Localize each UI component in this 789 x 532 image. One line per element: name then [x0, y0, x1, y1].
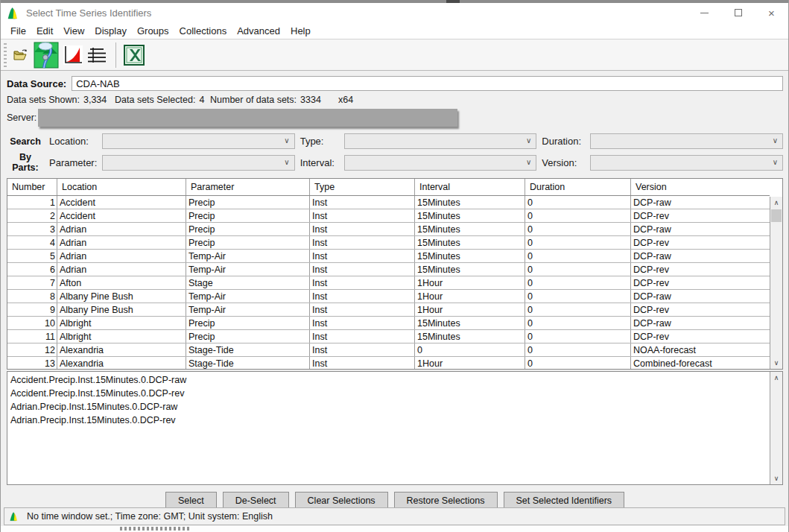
location-combobox[interactable]: ∨ [102, 133, 295, 149]
table-row[interactable]: 4 Adrian Precip Inst 15Minutes 0 DCP-rev [7, 236, 770, 250]
tabulate-button[interactable] [87, 46, 107, 64]
list-item[interactable]: Adrian.Precip.Inst.15Minutes.0.DCP-rev [10, 414, 767, 427]
duration-label: Duration: [542, 136, 585, 147]
table-row[interactable]: 8 Albany Pine Bush Temp-Air Inst 1Hour 0… [7, 290, 770, 303]
scroll-down-icon[interactable]: ∨ [770, 472, 782, 484]
background-window-fragment [446, 0, 460, 3]
datasets-selected: Data sets Selected:4 [115, 95, 210, 105]
menu-file[interactable]: File [5, 24, 31, 38]
scrollbar-thumb[interactable] [771, 209, 782, 222]
toolbar-grip[interactable] [4, 43, 7, 67]
table-row[interactable]: 12 Alexandria Stage-Tide Inst 0 0 NOAA-f… [7, 343, 770, 357]
close-button[interactable]: × [755, 3, 788, 22]
background-window-fragment [120, 527, 191, 531]
status-bar: No time window set.; Time zone: GMT; Uni… [4, 507, 785, 525]
status-logo-icon [10, 511, 19, 522]
background-window-sliver-top [1, 0, 788, 3]
table-vertical-scrollbar[interactable]: ∧ ∨ [770, 197, 782, 369]
parameter-label: Parameter: [49, 157, 97, 168]
parameter-combobox[interactable]: ∨ [102, 155, 295, 171]
excel-icon [124, 45, 145, 66]
toolbar-separator [115, 42, 116, 68]
table-row[interactable]: 9 Albany Pine Bush Temp-Air Inst 1Hour 0… [7, 303, 770, 317]
menu-edit[interactable]: Edit [31, 24, 58, 38]
toolbar [1, 39, 788, 71]
arch-label: x64 [338, 95, 353, 105]
window-title: Select Time Series Identifiers [26, 7, 688, 19]
list-item[interactable]: Accident.Precip.Inst.15Minutes.0.DCP-raw [10, 373, 767, 387]
chevron-down-icon: ∨ [773, 136, 778, 145]
open-file-button[interactable] [13, 48, 29, 62]
interval-label: Interval: [300, 157, 339, 168]
minimize-icon [700, 13, 709, 13]
menu-display[interactable]: Display [89, 24, 132, 38]
list-item[interactable]: Accident.Precip.Inst.15Minutes.0.DCP-rev [10, 387, 767, 400]
version-combobox[interactable]: ∨ [590, 155, 783, 171]
minimize-button[interactable] [688, 3, 721, 22]
column-header-parameter: Parameter [186, 179, 310, 195]
set-selected-identifiers-button[interactable]: Set Selected Identifiers [504, 492, 625, 509]
select-time-series-identifiers-window: Select Time Series Identifiers × File Ed… [0, 0, 789, 532]
table-row[interactable]: 13 Alexandria Stage-Tide Inst 1Hour 0 Co… [7, 357, 770, 370]
chevron-down-icon: ∨ [773, 158, 778, 166]
type-label: Type: [300, 136, 339, 147]
datasets-total: Number of data sets:3334 [210, 95, 338, 105]
selected-identifiers-listbox: Accident.Precip.Inst.15Minutes.0.DCP-raw… [7, 371, 783, 485]
watershed-map-button[interactable] [34, 42, 59, 69]
column-header-number: Number [7, 179, 57, 195]
scroll-down-icon[interactable]: ∨ [770, 357, 782, 369]
data-source-input[interactable] [72, 76, 783, 91]
search-group-label-line2: By Parts: [7, 152, 44, 173]
scroll-up-icon[interactable]: ∧ [770, 372, 782, 384]
duration-combobox[interactable]: ∨ [590, 133, 783, 149]
watershed-map-icon [34, 42, 59, 69]
list-item[interactable]: Adrian.Precip.Inst.15Minutes.0.DCP-raw [10, 400, 767, 414]
search-group-label-line1: Search [7, 136, 44, 147]
table-row[interactable]: 2 Accident Precip Inst 15Minutes 0 DCP-r… [7, 209, 770, 223]
restore-selections-button[interactable]: Restore Selections [394, 492, 498, 509]
server-label: Server: [7, 113, 37, 123]
table-row[interactable]: 10 Albright Precip Inst 15Minutes 0 DCP-… [7, 317, 770, 330]
column-header-version: Version [631, 179, 770, 195]
deselect-button[interactable]: De-Select [223, 492, 289, 509]
type-combobox[interactable]: ∨ [344, 133, 537, 149]
clear-selections-button[interactable]: Clear Selections [295, 492, 388, 509]
menu-advanced[interactable]: Advanced [232, 24, 285, 38]
search-by-parts: Search Location: ∨ Type: ∨ Duration: ∨ B… [7, 133, 783, 173]
column-header-type: Type [310, 179, 415, 195]
table-row[interactable]: 11 Albright Precip Inst 15Minutes 0 DCP-… [7, 330, 770, 343]
selected-identifiers-list: Accident.Precip.Inst.15Minutes.0.DCP-raw… [7, 372, 770, 428]
table-row[interactable]: 3 Adrian Precip Inst 15Minutes 0 DCP-raw [7, 223, 770, 236]
window-controls: × [688, 3, 788, 22]
table-row[interactable]: 6 Adrian Temp-Air Inst 15Minutes 0 DCP-r… [7, 263, 770, 276]
time-series-table: Number Location Parameter Type Interval … [7, 178, 783, 370]
table-row[interactable]: 7 Afton Stage Inst 1Hour 0 DCP-rev [7, 276, 770, 290]
server-row: Server: [7, 108, 783, 127]
interval-combobox[interactable]: ∨ [344, 155, 537, 171]
menu-view[interactable]: View [58, 24, 89, 38]
list-vertical-scrollbar[interactable]: ∧ ∨ [770, 372, 782, 484]
table-row[interactable]: 1 Accident Precip Inst 15Minutes 0 DCP-r… [7, 196, 770, 209]
column-header-interval: Interval [415, 179, 525, 195]
plot-button[interactable] [63, 45, 83, 65]
select-button[interactable]: Select [165, 492, 217, 509]
menu-help[interactable]: Help [285, 24, 316, 38]
scroll-up-icon[interactable]: ∧ [770, 197, 782, 209]
table-header: Number Location Parameter Type Interval … [7, 179, 770, 196]
dataset-stats: Data sets Shown:3,334 Data sets Selected… [7, 95, 783, 105]
chevron-down-icon: ∨ [526, 136, 531, 145]
open-folder-icon [13, 48, 29, 62]
table-row[interactable]: 5 Adrian Temp-Air Inst 15Minutes 0 DCP-r… [7, 250, 770, 263]
title-bar: Select Time Series Identifiers × [1, 3, 788, 22]
main-panel: Data Source: Data sets Shown:3,334 Data … [1, 71, 788, 532]
excel-export-button[interactable] [124, 45, 145, 66]
maximize-button[interactable] [721, 3, 755, 22]
data-source-row: Data Source: [7, 71, 783, 91]
menu-collections[interactable]: Collections [174, 24, 232, 38]
chevron-down-icon: ∨ [526, 158, 531, 166]
column-header-location: Location [57, 179, 186, 195]
menu-groups[interactable]: Groups [132, 24, 174, 38]
action-button-row: Select De-Select Clear Selections Restor… [7, 492, 783, 509]
data-source-label: Data Source: [7, 78, 66, 89]
chevron-down-icon: ∨ [284, 158, 289, 166]
